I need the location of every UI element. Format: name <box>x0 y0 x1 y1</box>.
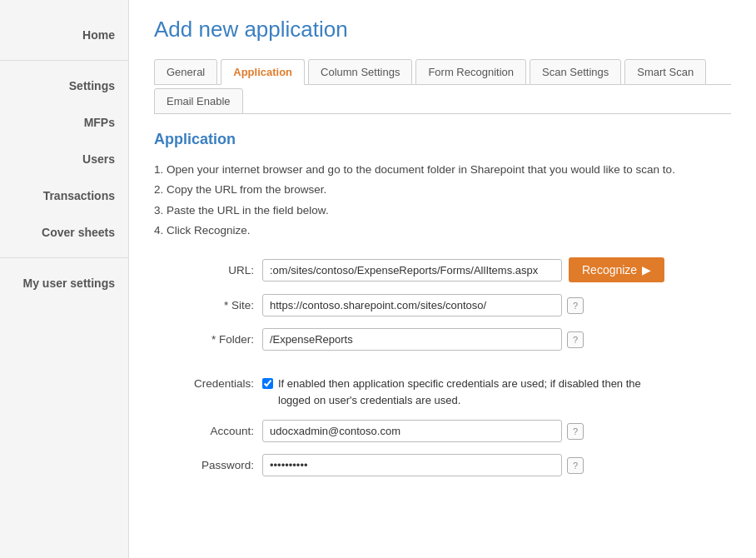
instruction-2: 2. Copy the URL from the browser. <box>154 180 731 200</box>
tab-application[interactable]: Application <box>221 59 305 85</box>
credentials-checkbox[interactable] <box>262 378 273 389</box>
url-input[interactable] <box>262 259 562 281</box>
sidebar-item-my-user-settings[interactable]: My user settings <box>0 265 128 301</box>
folder-label: * Folder: <box>154 333 254 346</box>
page-title: Add new application <box>154 17 731 42</box>
site-row: * Site: ? <box>154 294 731 316</box>
sidebar-item-mfps[interactable]: MFPs <box>0 104 128 141</box>
sidebar-divider-2 <box>0 257 128 258</box>
tab-email-enable[interactable]: Email Enable <box>154 88 243 114</box>
tab-general[interactable]: General <box>154 59 217 85</box>
url-label: URL: <box>154 264 254 277</box>
tab-smart-scan[interactable]: Smart Scan <box>624 59 706 85</box>
recognize-label: Recognize <box>582 263 637 277</box>
account-label: Account: <box>154 425 254 437</box>
sidebar: Home Settings MFPs Users Transactions Co… <box>0 0 129 558</box>
instructions: 1. Open your internet browser and go to … <box>154 160 731 241</box>
spacer <box>154 362 731 376</box>
sidebar-item-cover-sheets[interactable]: Cover sheets <box>0 214 128 251</box>
instruction-3: 3. Paste the URL in the field below. <box>154 201 731 221</box>
sidebar-item-settings[interactable]: Settings <box>0 67 128 104</box>
credentials-text: If enabled then application specific cre… <box>262 376 662 408</box>
tabs-row2: Email Enable <box>154 85 731 114</box>
tab-scan-settings[interactable]: Scan Settings <box>530 59 621 85</box>
password-help-icon[interactable]: ? <box>567 457 584 474</box>
folder-row: * Folder: ? <box>154 328 731 351</box>
password-row: Password: ? <box>154 454 731 476</box>
tab-column-settings[interactable]: Column Settings <box>308 59 412 85</box>
password-input[interactable] <box>262 454 562 476</box>
sidebar-item-transactions[interactable]: Transactions <box>0 177 128 214</box>
tabs-row1: General Application Column Settings Form… <box>154 59 731 85</box>
site-help-icon[interactable]: ? <box>567 297 584 314</box>
sidebar-divider-1 <box>0 60 128 61</box>
credentials-row: Credentials: If enabled then application… <box>154 376 731 408</box>
credentials-label: Credentials: <box>154 376 254 390</box>
account-row: Account: ? <box>154 420 731 442</box>
recognize-button[interactable]: Recognize ▶ <box>569 257 664 282</box>
main-content: Add new application General Application … <box>129 0 756 558</box>
credentials-description: If enabled then application specific cre… <box>278 376 662 408</box>
sidebar-item-users[interactable]: Users <box>0 141 128 177</box>
account-input[interactable] <box>262 420 562 442</box>
tab-form-recognition[interactable]: Form Recognition <box>415 59 526 85</box>
folder-input[interactable] <box>262 328 562 351</box>
section-heading: Application <box>154 131 731 148</box>
instruction-1: 1. Open your internet browser and go to … <box>154 160 731 180</box>
password-label: Password: <box>154 459 254 471</box>
site-input[interactable] <box>262 294 562 316</box>
recognize-arrow-icon: ▶ <box>642 263 651 277</box>
instruction-4: 4. Click Recognize. <box>154 221 731 241</box>
folder-help-icon[interactable]: ? <box>567 331 584 348</box>
account-help-icon[interactable]: ? <box>567 423 584 440</box>
sidebar-item-home[interactable]: Home <box>0 17 128 53</box>
url-row: URL: Recognize ▶ <box>154 257 731 282</box>
site-label: * Site: <box>154 299 254 311</box>
